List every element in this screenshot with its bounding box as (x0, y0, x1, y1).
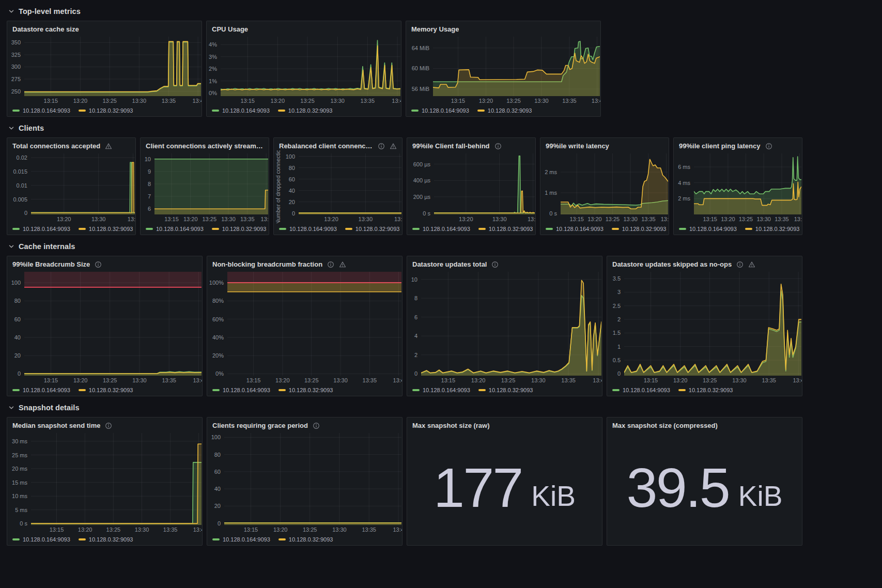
info-icon[interactable] (378, 143, 385, 150)
timeseries-chart[interactable]: 0 s200 µs400 µs600 µs13:2013:3013:4 (407, 150, 535, 223)
timeseries-chart[interactable]: 02040608010013:1513:2013:2513:3013:3513:… (207, 430, 402, 534)
panel-header-max-snapshot-size-compressed[interactable]: Max snapshot size (compressed) (607, 417, 802, 430)
panel-header-datastore-updates-total[interactable]: Datastore updates total (407, 256, 602, 269)
legend-label: 10.128.0.32:9093 (488, 107, 532, 114)
warning-icon[interactable] (339, 261, 346, 268)
x-tick-label: 13:30 (132, 98, 147, 104)
panel-header-cpu-usage[interactable]: CPU Usage (207, 21, 401, 34)
legend-item[interactable]: 10.128.0.32:9093 (79, 226, 133, 232)
legend-item[interactable]: 10.128.0.164:9093 (411, 107, 469, 114)
legend-item[interactable]: 10.128.0.32:9093 (612, 226, 667, 232)
legend-item[interactable]: 10.128.0.164:9093 (146, 226, 204, 232)
x-tick-label: 13:15 (246, 377, 261, 383)
legend-item[interactable]: 10.128.0.164:9093 (212, 387, 270, 393)
x-tick-label: 13:20 (73, 98, 88, 104)
legend-item[interactable]: 10.128.0.164:9093 (12, 387, 70, 393)
timeseries-chart[interactable]: 56 MiB60 MiB64 MiB13:1513:2013:2513:3013… (406, 34, 600, 105)
legend-item[interactable]: 10.128.0.32:9093 (478, 226, 533, 232)
legend-item[interactable]: 10.128.0.164:9093 (412, 387, 470, 393)
x-tick-label: 13:35 (361, 98, 375, 104)
warning-icon[interactable] (748, 261, 755, 268)
panel-datastore-updates-skipped-as-no-ops: Datastore updates skipped as no-ops00.51… (607, 256, 802, 396)
section-header-snapshot-details[interactable]: Snapshot details (8, 403, 882, 413)
warning-icon[interactable] (105, 143, 112, 150)
timeseries-chart[interactable]: 25027530032535013:1513:2013:2513:3013:35… (7, 34, 202, 105)
legend: 10.128.0.164:909310.128.0.32:9093 (207, 534, 402, 546)
panel-header-clients-requiring-grace-period[interactable]: Clients requiring grace period (207, 417, 402, 430)
y-tick-label: 0 s (549, 210, 557, 216)
legend-item[interactable]: 10.128.0.32:9093 (478, 387, 533, 393)
legend-item[interactable]: 10.128.0.32:9093 (477, 107, 532, 114)
panel-header-max-snapshot-size-raw[interactable]: Max snapshot size (raw) (407, 417, 602, 430)
legend-item[interactable]: 10.128.0.32:9093 (278, 107, 333, 114)
legend-item[interactable]: 10.128.0.164:9093 (546, 226, 604, 232)
info-icon[interactable] (494, 143, 502, 150)
timeseries-chart[interactable]: 02040608010013:2013:3013:4Number of drop… (274, 150, 402, 223)
panel-header-99ile-breadcrumb-size[interactable]: 99%ile Breadcrumb Size (7, 256, 202, 269)
legend-item[interactable]: 10.128.0.164:9093 (212, 536, 270, 543)
panel-header-total-connections-accepted[interactable]: Total connections accepted (7, 138, 135, 150)
info-icon[interactable] (765, 143, 772, 150)
panel-header-non-blocking-breadcrumb-fraction[interactable]: Non-blocking breadcrumb fraction (207, 256, 402, 269)
x-tick-label: 13:25 (202, 216, 216, 222)
panel-header-client-connections-actively-streaming[interactable]: Client connections actively streaming (141, 138, 269, 150)
x-tick-label: 13:4 (793, 377, 802, 383)
panel-header-99ile-client-fall-behind[interactable]: 99%ile Client fall-behind (407, 138, 535, 150)
legend-item[interactable]: 10.128.0.164:9093 (212, 107, 270, 114)
section-header-clients[interactable]: Clients (8, 123, 882, 133)
legend: 10.128.0.164:909310.128.0.32:9093 (407, 384, 602, 396)
legend-item[interactable]: 10.128.0.32:9093 (678, 387, 733, 393)
panel-header-memory-usage[interactable]: Memory Usage (406, 21, 600, 34)
panel-title: CPU Usage (212, 25, 248, 33)
timeseries-chart[interactable]: 02040608010013:1513:2013:2513:3013:3513:… (7, 269, 202, 384)
legend-item[interactable]: 10.128.0.32:9093 (278, 536, 333, 543)
legend-item[interactable]: 10.128.0.32:9093 (79, 387, 133, 393)
warning-icon[interactable] (390, 143, 397, 150)
legend-color-swatch (612, 389, 620, 391)
legend-item[interactable]: 10.128.0.164:9093 (12, 536, 70, 543)
timeseries-chart[interactable]: 0%1%2%3%4%13:1513:2013:2513:3013:3513:4 (207, 34, 401, 105)
section-header-top-level-metrics[interactable]: Top-level metrics (8, 6, 882, 17)
legend-color-swatch (546, 228, 553, 230)
x-tick-label: 13:35 (240, 216, 255, 222)
info-icon[interactable] (327, 261, 334, 268)
timeseries-chart[interactable]: 024681013:1513:2013:2513:3013:3513:4 (407, 269, 602, 384)
timeseries-chart[interactable]: 00.0050.010.0150.0213:2013:3013:4 (7, 150, 135, 223)
legend-label: 10.128.0.164:9093 (23, 226, 70, 232)
y-tick-label: 2 (617, 316, 621, 322)
info-icon[interactable] (313, 422, 320, 429)
info-icon[interactable] (736, 261, 744, 268)
panel-header-99ile-write-latency[interactable]: 99%ile write latency (540, 138, 669, 150)
info-icon[interactable] (491, 261, 499, 268)
timeseries-chart[interactable]: 00.511.522.533.513:1513:2013:2513:3013:3… (607, 269, 802, 384)
panel-rebalanced-client-connenctions: Rebalanced client connenctions0204060801… (273, 137, 403, 235)
timeseries-chart[interactable]: 2 ms4 ms6 ms13:1513:2013:2513:3013:3513:… (674, 150, 802, 223)
section-header-cache-internals[interactable]: Cache internals (8, 241, 882, 252)
x-tick-label: 13:15 (44, 377, 58, 383)
legend-item[interactable]: 10.128.0.32:9093 (212, 226, 267, 232)
legend-item[interactable]: 10.128.0.32:9093 (278, 387, 333, 393)
legend-item[interactable]: 10.128.0.32:9093 (79, 107, 133, 114)
legend-item[interactable]: 10.128.0.164:9093 (12, 226, 70, 232)
panel-header-datastore-updates-skipped-as-no-ops[interactable]: Datastore updates skipped as no-ops (607, 256, 802, 269)
legend-item[interactable]: 10.128.0.32:9093 (79, 536, 133, 543)
legend-item[interactable]: 10.128.0.32:9093 (345, 226, 400, 232)
info-icon[interactable] (105, 422, 112, 429)
y-tick-label: 9 (148, 168, 151, 175)
info-icon[interactable] (95, 261, 102, 268)
timeseries-chart[interactable]: 0 s5 ms10 ms15 ms20 ms25 ms30 ms13:1513:… (7, 430, 202, 534)
legend-item[interactable]: 10.128.0.164:9093 (12, 107, 70, 114)
timeseries-chart[interactable]: 67891013:1513:2013:2513:3013:3513:4 (141, 150, 269, 223)
panel-header-median-snapshot-send-time[interactable]: Median snapshot send time (7, 417, 202, 430)
panel-header-99ile-client-ping-latency[interactable]: 99%ile client ping latency (674, 138, 802, 150)
x-tick-label: 13:15 (240, 98, 255, 104)
panel-header-rebalanced-client-connenctions[interactable]: Rebalanced client connenctions (274, 138, 402, 150)
timeseries-chart[interactable]: 0%20%40%60%80%100%13:1513:2013:2513:3013… (207, 269, 402, 384)
legend-item[interactable]: 10.128.0.164:9093 (612, 387, 670, 393)
legend-item[interactable]: 10.128.0.164:9093 (679, 226, 737, 232)
legend-item[interactable]: 10.128.0.164:9093 (412, 226, 470, 232)
legend-item[interactable]: 10.128.0.32:9093 (745, 226, 800, 232)
panel-header-datastore-cache-size[interactable]: Datastore cache size (7, 21, 202, 34)
legend-item[interactable]: 10.128.0.164:9093 (279, 226, 337, 232)
timeseries-chart[interactable]: 0 s1 ms2 ms13:1513:2013:2513:3013:3513:4 (540, 150, 669, 223)
